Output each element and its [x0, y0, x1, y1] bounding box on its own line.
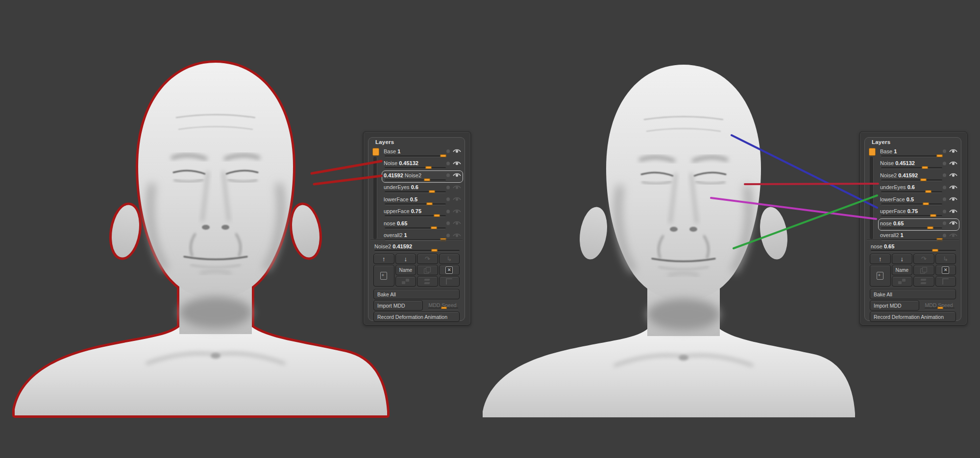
bust-right[interactable] — [483, 65, 855, 417]
intensity-track[interactable] — [374, 250, 460, 252]
layer-intensity-handle[interactable] — [424, 178, 430, 181]
layer-record-dot[interactable] — [446, 162, 450, 165]
layer-intensity-track[interactable] — [385, 227, 446, 229]
layer-record-dot[interactable] — [943, 162, 946, 165]
layer-row[interactable]: nose 0.65 — [878, 218, 959, 231]
import-mdd-button[interactable]: Import MDD — [373, 300, 423, 311]
duplicate-layer-button[interactable] — [417, 265, 438, 275]
new-layer-button[interactable] — [373, 265, 394, 287]
split-layer-button[interactable] — [892, 276, 913, 287]
layer-intensity-handle[interactable] — [930, 214, 936, 217]
delete-layer-button[interactable]: ✕ — [439, 265, 460, 275]
layer-intensity-track[interactable] — [881, 215, 942, 217]
layer-record-dot[interactable] — [446, 149, 450, 153]
layer-visibility-eye-icon[interactable] — [949, 196, 957, 202]
layer-record-dot[interactable] — [446, 221, 450, 225]
layer-row[interactable]: upperFace 0.75 — [878, 207, 959, 219]
layer-intensity-track[interactable] — [385, 191, 446, 193]
move-layer-down-button[interactable]: ↓ — [395, 254, 416, 264]
mdd-speed-track[interactable] — [925, 308, 955, 310]
layer-intensity-handle[interactable] — [923, 202, 929, 205]
layer-intensity-handle[interactable] — [434, 214, 440, 217]
layer-intensity-handle[interactable] — [425, 166, 432, 169]
layer-row[interactable]: Base 1 — [878, 146, 959, 159]
rename-layer-button[interactable]: Name — [395, 265, 416, 275]
layer-row[interactable]: Base 1 — [382, 146, 463, 159]
layer-visibility-eye-icon[interactable] — [949, 233, 957, 238]
layer-record-dot[interactable] — [943, 221, 946, 225]
layer-intensity-handle[interactable] — [440, 154, 446, 157]
layer-intensity-track[interactable] — [881, 167, 942, 169]
layer-intensity-handle[interactable] — [431, 226, 437, 229]
layer-intensity-track[interactable] — [385, 155, 446, 157]
layer-row[interactable]: lowerFace 0.5 — [382, 194, 463, 207]
layer-record-dot[interactable] — [446, 173, 450, 177]
layer-visibility-eye-icon[interactable] — [453, 172, 461, 178]
invert-layer-button[interactable] — [935, 276, 956, 287]
layer-record-dot[interactable] — [446, 197, 450, 201]
layer-record-dot[interactable] — [446, 210, 450, 213]
layer-record-dot[interactable] — [943, 173, 946, 177]
layer-intensity-track[interactable] — [385, 167, 446, 169]
layer-row[interactable]: 0.41592 Noise2 — [382, 170, 463, 183]
layer-row[interactable]: upperFace 0.75 — [382, 207, 463, 219]
layer-visibility-eye-icon[interactable] — [949, 148, 957, 154]
layer-visibility-eye-icon[interactable] — [949, 220, 957, 226]
branch-layer-button[interactable]: ↳ — [935, 254, 956, 264]
redo-layer-button[interactable]: ↷ — [417, 254, 438, 264]
move-layer-down-button[interactable]: ↓ — [892, 254, 913, 264]
viewport-canvas[interactable]: Layers Base 1 Noise 0.45132 — [0, 0, 980, 458]
layer-color-swatch[interactable] — [869, 148, 876, 156]
invert-layer-button[interactable] — [439, 276, 460, 287]
mdd-speed-track[interactable] — [428, 308, 458, 310]
mdd-speed-slider[interactable]: MDD Speed — [425, 300, 460, 310]
active-layer-intensity-slider[interactable]: nose 0.65 — [871, 241, 956, 252]
layer-visibility-eye-icon[interactable] — [453, 161, 461, 166]
active-layer-intensity-slider[interactable]: Noise2 0.41592 — [374, 241, 460, 252]
branch-layer-button[interactable]: ↳ — [439, 254, 460, 264]
layer-record-dot[interactable] — [943, 234, 946, 237]
layer-record-dot[interactable] — [943, 210, 946, 213]
layer-intensity-handle[interactable] — [920, 178, 927, 181]
layer-color-swatch[interactable] — [372, 148, 379, 156]
layer-intensity-track[interactable] — [385, 203, 446, 205]
layers-panel-right[interactable]: Layers Base 1 Noise 0.45132 — [859, 131, 967, 325]
layer-visibility-eye-icon[interactable] — [453, 209, 461, 214]
layer-row[interactable]: underEyes 0.6 — [878, 183, 959, 195]
layer-intensity-handle[interactable] — [429, 190, 435, 193]
layer-row[interactable]: Noise2 0.41592 — [878, 170, 959, 183]
intensity-handle[interactable] — [932, 249, 938, 252]
layer-row[interactable]: overall2 1 — [382, 231, 463, 243]
layer-row[interactable]: underEyes 0.6 — [382, 183, 463, 195]
layer-intensity-handle[interactable] — [922, 166, 928, 169]
mdd-speed-handle[interactable] — [441, 307, 447, 309]
layer-intensity-track[interactable] — [881, 179, 942, 181]
record-deformation-button[interactable]: Record Deformation Animation — [870, 312, 956, 322]
bake-all-button[interactable]: Bake All — [870, 289, 956, 299]
layer-row[interactable]: nose 0.65 — [382, 218, 463, 231]
merge-down-button[interactable] — [417, 276, 438, 287]
layer-visibility-eye-icon[interactable] — [453, 185, 461, 190]
layer-row[interactable]: Noise 0.45132 — [382, 159, 463, 171]
layer-visibility-eye-icon[interactable] — [453, 148, 461, 154]
layer-intensity-track[interactable] — [881, 191, 942, 193]
duplicate-layer-button[interactable] — [913, 265, 934, 275]
layer-row[interactable]: overall2 1 — [878, 231, 959, 243]
bake-all-button[interactable]: Bake All — [373, 289, 460, 299]
rename-layer-button[interactable]: Name — [892, 265, 913, 275]
layer-intensity-handle[interactable] — [426, 202, 433, 205]
layer-visibility-eye-icon[interactable] — [453, 233, 461, 238]
layer-intensity-track[interactable] — [881, 155, 942, 157]
layer-record-dot[interactable] — [446, 234, 450, 237]
layer-record-dot[interactable] — [943, 149, 946, 153]
bust-left-selected[interactable] — [15, 63, 387, 415]
layer-intensity-handle[interactable] — [936, 154, 943, 157]
layer-record-dot[interactable] — [943, 186, 946, 189]
layer-visibility-eye-icon[interactable] — [949, 209, 957, 214]
new-layer-button[interactable] — [870, 265, 891, 287]
layer-intensity-track[interactable] — [881, 227, 942, 229]
layer-visibility-eye-icon[interactable] — [949, 161, 957, 166]
import-mdd-button[interactable]: Import MDD — [870, 300, 919, 311]
redo-layer-button[interactable]: ↷ — [913, 254, 934, 264]
layers-panel-left[interactable]: Layers Base 1 Noise 0.45132 — [363, 131, 471, 325]
